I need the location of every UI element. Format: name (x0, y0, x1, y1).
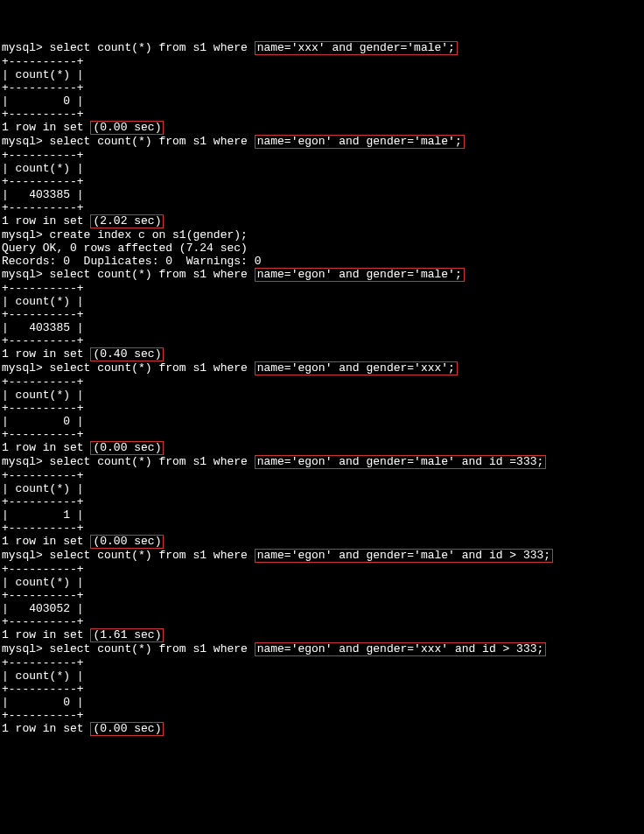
terminal-line: mysql> select count(*) from s1 where nam… (2, 549, 642, 563)
where-clause-6: name='egon' and gender='male' and id > 3… (255, 549, 553, 563)
terminal-line: | 0 | (2, 415, 642, 428)
terminal-line: +----------+ (2, 375, 642, 389)
exec-time-4: (0.00 sec) (90, 441, 164, 455)
terminal-line: +----------+ (2, 589, 642, 602)
terminal-line: +----------+ (2, 522, 642, 535)
terminal-line: mysql> select count(*) from s1 where nam… (2, 361, 642, 375)
terminal-line: 1 row in set (0.00 sec) (2, 535, 642, 549)
terminal-line: +----------+ (2, 334, 642, 347)
terminal-line: +----------+ (2, 149, 642, 162)
terminal-line: | 0 | (2, 696, 642, 709)
terminal-line: | count(*) | (2, 295, 642, 308)
where-clause-5: name='egon' and gender='male' and id =33… (255, 455, 547, 469)
terminal-line: +----------+ (2, 563, 642, 576)
terminal-line: +----------+ (2, 656, 642, 669)
terminal-line: mysql> create index c on s1(gender); (2, 228, 642, 242)
terminal-line: +----------+ (2, 469, 642, 482)
terminal-line: Query OK, 0 rows affected (7.24 sec) (2, 242, 642, 255)
terminal-line: +----------+ (2, 55, 642, 68)
terminal-line: +----------+ (2, 615, 642, 628)
terminal-line: +----------+ (2, 709, 642, 722)
terminal-line: mysql> select count(*) from s1 where nam… (2, 268, 642, 282)
exec-time-2: (2.02 sec) (90, 214, 164, 228)
terminal-line: +----------+ (2, 81, 642, 95)
terminal-line: | count(*) | (2, 68, 642, 81)
terminal-line: | count(*) | (2, 669, 642, 683)
terminal-line: 1 row in set (0.40 sec) (2, 347, 642, 361)
where-clause-1: name='xxx' and gender='male'; (255, 41, 458, 55)
where-clause-3: name='egon' and gender='male'; (255, 268, 465, 282)
terminal-line: Records: 0 Duplicates: 0 Warnings: 0 (2, 255, 642, 268)
terminal-line: | 403385 | (2, 321, 642, 334)
exec-time-6: (1.61 sec) (90, 628, 164, 642)
terminal-line: | count(*) | (2, 389, 642, 402)
exec-time-5: (0.00 sec) (90, 535, 164, 549)
terminal-line: mysql> select count(*) from s1 where nam… (2, 642, 642, 656)
terminal-line: | 1 | (2, 508, 642, 522)
terminal-line: | count(*) | (2, 576, 642, 589)
terminal-line: | 0 | (2, 95, 642, 108)
terminal-line: | 403385 | (2, 188, 642, 201)
terminal-line: +----------+ (2, 495, 642, 508)
exec-time-3: (0.40 sec) (90, 347, 164, 361)
terminal-line: | 403052 | (2, 602, 642, 615)
terminal-line: +----------+ (2, 308, 642, 321)
terminal-line: mysql> select count(*) from s1 where nam… (2, 41, 642, 55)
terminal-line: 1 row in set (0.00 sec) (2, 121, 642, 135)
terminal-line: +----------+ (2, 108, 642, 121)
terminal-line: +----------+ (2, 282, 642, 295)
terminal-line: +----------+ (2, 428, 642, 441)
terminal-output: mysql> select count(*) from s1 where nam… (2, 41, 642, 736)
terminal-line: | count(*) | (2, 162, 642, 175)
terminal-line: mysql> select count(*) from s1 where nam… (2, 455, 642, 469)
terminal-line: 1 row in set (0.00 sec) (2, 722, 642, 736)
terminal-line: 1 row in set (0.00 sec) (2, 441, 642, 455)
exec-time-1: (0.00 sec) (90, 121, 164, 135)
terminal-line: +----------+ (2, 175, 642, 188)
terminal-line: 1 row in set (1.61 sec) (2, 628, 642, 642)
terminal-line: +----------+ (2, 402, 642, 415)
where-clause-2: name='egon' and gender='male'; (255, 135, 465, 149)
terminal-line: | count(*) | (2, 482, 642, 495)
terminal-line: 1 row in set (2.02 sec) (2, 214, 642, 228)
where-clause-4: name='egon' and gender='xxx'; (255, 361, 458, 375)
where-clause-7: name='egon' and gender='xxx' and id > 33… (255, 642, 547, 656)
terminal-line: +----------+ (2, 683, 642, 696)
terminal-line: mysql> select count(*) from s1 where nam… (2, 135, 642, 149)
exec-time-7: (0.00 sec) (90, 722, 164, 736)
terminal-line: +----------+ (2, 201, 642, 214)
